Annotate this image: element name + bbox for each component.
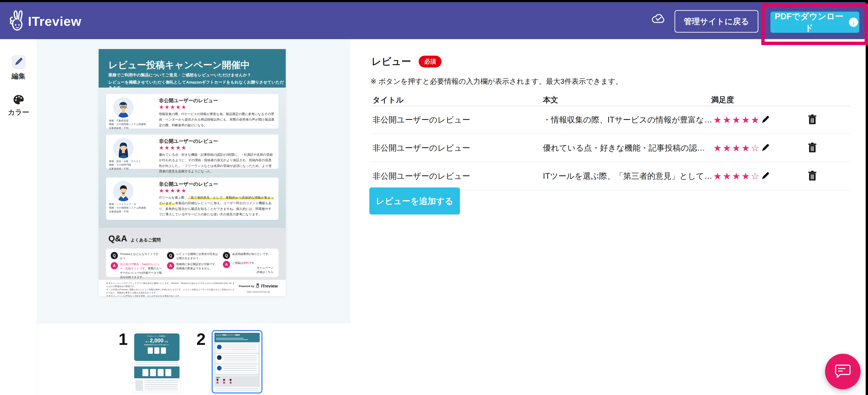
pencil-icon: [14, 57, 23, 67]
flyer-review-title: 非公開ユーザーのレビュー: [159, 97, 274, 104]
add-review-button[interactable]: レビューを追加する: [369, 188, 460, 215]
flyer-qa-section: Q&A よくあるご質問 Q ITreviewとはどんなサイトですか？ A 法人向…: [99, 228, 286, 280]
campaign-detail-link: キャンペーン 詳細はこちら: [256, 266, 274, 274]
app-logo-text: ITreview: [28, 14, 82, 29]
screenshot-canvas: ITreview 管理サイトに戻る PDFでダウンロード ↓: [0, 0, 868, 395]
flyer-review-title: 非公開ユーザーのレビュー: [159, 138, 274, 144]
thumb1-steps: [134, 366, 180, 378]
flyer-review-card: 業種：放送・出版・マスコミ 職種：その他専門職 従業員規模：不明 非公開ユーザー…: [106, 135, 279, 169]
column-header-body: 本文: [543, 95, 558, 105]
page-1-number: 1: [119, 330, 128, 349]
table-row: 非公開ユーザーのレビュー ITツールを選ぶ際、「第三者的意見」として… ★★★★…: [371, 162, 850, 190]
pdf-download-label: PDFでダウンロード: [772, 10, 846, 34]
back-to-admin-button[interactable]: 管理サイトに戻る: [675, 10, 758, 33]
chat-support-button[interactable]: [825, 354, 861, 389]
flyer-review-card: 業種：ソフトウェア・SI 職種：その他情報システム関連職 従業員規模：不明 非公…: [106, 177, 279, 220]
qa-card: Q ITreviewとはどんなサイトですか？ A 法人向けIT製品・SaaSのレ…: [106, 249, 279, 277]
delete-trash-icon[interactable]: [807, 114, 817, 126]
column-header-rating: 満足度: [711, 95, 734, 105]
qa-heading-sub: よくあるご質問: [131, 237, 161, 243]
avatar-male-mustache: [113, 181, 133, 201]
edit-tool-tile: [12, 55, 26, 69]
flyer-review-stars: ★★★★★: [159, 104, 274, 110]
flyer-review-body: ITツールを選ぶ際、「第三者的意見」として、客観的かつ具体的な情報が集まっていま…: [159, 195, 274, 217]
avatar-female-long-hair: [113, 138, 133, 158]
flyer-disclaimers: ※ 本キャンペーンはアイティクラウド株式会社が提供いたします。Amazon、Am…: [106, 282, 236, 297]
edit-pencil-icon[interactable]: [761, 171, 770, 181]
panel-note: ※ ボタンを押すと必要情報の入力欄が表示されます。最大3件表示できます。: [370, 76, 623, 86]
download-icon: ↓: [849, 18, 858, 27]
chat-bubble-icon: [834, 363, 851, 380]
a-icon: A: [167, 262, 174, 269]
edit-pencil-icon[interactable]: [761, 143, 770, 153]
q-icon: Q: [223, 252, 230, 259]
q-icon: Q: [167, 252, 174, 259]
flyer-review-section: 業種：不動産賃貸 職種：その他情報システム関連職 従業員規模：不明 非公開ユーザ…: [99, 88, 286, 228]
row-body: ・情報収集の際、ITサービスの情報が豊富な…: [543, 114, 712, 125]
cloud-check-icon: [651, 12, 666, 25]
thumb1-table-lines: [145, 380, 178, 391]
flyer-review-stars: ★★★★★: [159, 188, 274, 194]
thumb2-qa-bg: Q&A: [214, 376, 260, 387]
sidebar-item-edit[interactable]: 編集: [0, 55, 37, 81]
a-icon: A: [223, 261, 230, 268]
reviewer-meta: 業種：ソフトウェア・SI 職種：その他情報システム関連職 従業員規模：不明: [109, 202, 155, 213]
row-body: ITツールを選ぶ際、「第三者的意見」として…: [543, 170, 712, 181]
flyer-review-body: 優れている点・好きな機能・記事投稿の認証が2段階に、・社員証や名刺の登録が行われ…: [159, 152, 274, 174]
row-stars: ★★★★☆: [713, 142, 760, 153]
sidebar-item-color[interactable]: カラー: [0, 95, 37, 117]
powered-by-label: Powered by: [239, 285, 254, 288]
thumb2-cards-bg: [214, 342, 260, 375]
thumb1-hero: ITreview レビュー投稿募集！ 最大 2,000 円分 Amazonギフト…: [134, 333, 180, 361]
a-icon: A: [111, 262, 118, 269]
row-stars: ★★★★★: [713, 114, 760, 125]
row-title: 非公開ユーザーのレビュー: [373, 114, 470, 125]
flyer-subtitle-1: 業務でご利用中の製品についてご意見・ご感想をレビューいただけませんか？: [108, 72, 251, 78]
itreview-footer-logo-icon: [256, 283, 259, 289]
qa-item: Q ITreviewとはどんなサイトですか？ A 法人向けIT製品・SaaSのレ…: [111, 252, 164, 279]
avatar-male-glasses: [113, 97, 133, 118]
table-row: 非公開ユーザーのレビュー 優れている点・好きな機能・記事投稿の認… ★★★★☆: [371, 134, 850, 162]
flyer-review-title: 非公開ユーザーのレビュー: [159, 181, 274, 188]
qa-item: Q レビュー公開時に企業名や氏名は公開されますか？ A 投稿時に非公開設定が可能…: [167, 252, 220, 271]
tool-sidebar: 編集 カラー: [0, 39, 37, 395]
thumb1-table-label: [135, 380, 143, 391]
row-title: 非公開ユーザーのレビュー: [373, 142, 470, 153]
flyer-page-preview: レビュー投稿キャンペーン開催中 業務でご利用中の製品についてご意見・ご感想をレビ…: [99, 49, 286, 296]
pdf-download-button[interactable]: PDFでダウンロード ↓: [770, 12, 859, 33]
page-2-thumbnail-selected[interactable]: レビュー投稿キャンペーン開催中 Q&A: [212, 330, 262, 394]
delete-trash-icon[interactable]: [807, 142, 817, 154]
page-1-thumbnail[interactable]: ITreview レビュー投稿募集！ 最大 2,000 円分 Amazonギフト…: [132, 332, 181, 393]
sidebar-item-color-label: カラー: [0, 108, 37, 117]
thumb2-footer-lines: [216, 388, 258, 392]
flyer-footer: ※ 本キャンペーンはアイティクラウド株式会社が提供いたします。Amazon、Am…: [99, 280, 286, 296]
edit-pencil-icon[interactable]: [761, 115, 770, 125]
row-stars: ★★★★☆: [713, 170, 760, 181]
q-icon: Q: [111, 252, 118, 259]
flyer-review-card: 業種：不動産賃貸 職種：その他情報システム関連職 従業員規模：不明 非公開ユーザ…: [106, 94, 279, 129]
qa-heading: Q&A: [108, 234, 127, 243]
sidebar-item-edit-label: 編集: [0, 71, 37, 81]
required-badge: 必須: [418, 56, 441, 67]
footer-logo-text: ITreview: [261, 284, 278, 289]
reviewer-meta: 業種：不動産賃貸 職種：その他情報システム関連職 従業員規模：不明: [109, 119, 155, 130]
reviewer-meta: 業種：放送・出版・マスコミ 職種：その他専門職 従業員規模：不明: [109, 160, 155, 170]
footer-url: https://www.itreview.jp/: [247, 291, 270, 293]
delete-trash-icon[interactable]: [807, 170, 817, 182]
table-row: 非公開ユーザーのレビュー ・情報収集の際、ITサービスの情報が豊富な… ★★★★…: [371, 106, 850, 134]
itreview-rabbit-logo-icon: [9, 10, 25, 33]
panel-heading: レビュー: [371, 55, 411, 68]
flyer-hero: レビュー投稿キャンペーン開催中 業務でご利用中の製品についてご意見・ご感想をレビ…: [99, 49, 286, 88]
column-header-title: タイトル: [373, 95, 404, 105]
flyer-title: レビュー投稿キャンペーン開催中: [108, 59, 250, 71]
flyer-review-stars: ★★★★★: [159, 144, 274, 151]
app-header: ITreview 管理サイトに戻る PDFでダウンロード ↓: [0, 2, 866, 39]
flyer-review-body: 情報収集の際、ITサービスの情報が豊富な為、製品選定の際に参考になるその理由・ベ…: [159, 111, 274, 128]
thumb1-textlines: [135, 362, 178, 365]
page-2-number: 2: [196, 330, 206, 349]
thumb2-hero: レビュー投稿キャンペーン開催中: [214, 333, 260, 342]
palette-icon: [0, 95, 37, 105]
row-body: 優れている点・好きな機能・記事投稿の認…: [543, 142, 705, 153]
app-window: ITreview 管理サイトに戻る PDFでダウンロード ↓: [0, 2, 866, 395]
row-title: 非公開ユーザーのレビュー: [373, 170, 470, 181]
